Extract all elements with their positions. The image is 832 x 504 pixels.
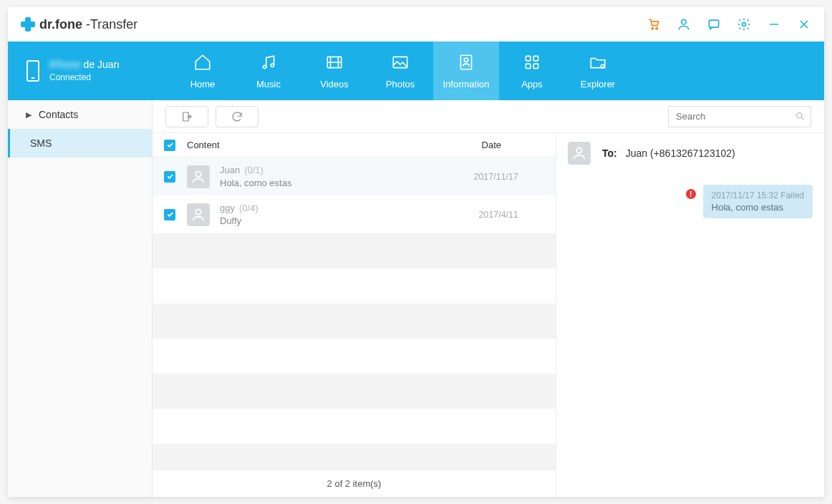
col-date: Date <box>482 140 501 150</box>
col-content: Content <box>187 140 220 150</box>
phone-icon <box>26 60 39 82</box>
svg-rect-3 <box>709 20 718 27</box>
app-logo: dr.fone -Transfer <box>21 17 137 32</box>
svg-point-1 <box>656 28 658 30</box>
minimize-icon[interactable] <box>767 17 781 32</box>
avatar-icon <box>187 203 210 226</box>
empty-row <box>153 339 556 374</box>
empty-row <box>153 444 556 470</box>
svg-rect-14 <box>533 64 538 69</box>
avatar-icon <box>187 165 210 188</box>
svg-rect-13 <box>526 64 531 69</box>
close-icon[interactable] <box>797 17 811 32</box>
settings-icon[interactable] <box>737 17 751 32</box>
empty-row <box>153 233 556 268</box>
avatar-icon <box>568 142 591 165</box>
svg-point-19 <box>195 209 200 214</box>
device-status: Connected <box>49 72 119 84</box>
empty-row <box>153 409 556 444</box>
logo-plus-icon <box>21 17 35 32</box>
tab-videos[interactable]: Videos <box>301 42 367 100</box>
search-input[interactable] <box>668 106 811 127</box>
svg-rect-8 <box>393 57 407 67</box>
empty-row <box>153 374 556 409</box>
feedback-icon[interactable] <box>707 17 721 32</box>
list-footer: 2 of 2 item(s) <box>153 470 556 497</box>
sms-row[interactable]: ggy(0/4) Duffy 2017/4/11 <box>153 195 556 233</box>
empty-row <box>153 304 556 339</box>
message-body: Hola, como estas <box>712 202 804 213</box>
svg-point-10 <box>464 58 468 62</box>
svg-point-5 <box>263 65 266 68</box>
checkbox-row[interactable] <box>164 209 175 220</box>
titlebar: dr.fone -Transfer <box>8 7 824 42</box>
toolbar <box>153 100 824 133</box>
svg-rect-11 <box>526 56 531 61</box>
svg-point-17 <box>797 112 803 118</box>
sms-row[interactable]: Juan(0/1) Hola, como estas 2017/11/17 <box>153 158 556 195</box>
app-title: dr.fone -Transfer <box>39 17 137 32</box>
tab-home[interactable]: Home <box>170 42 236 100</box>
svg-point-2 <box>682 19 687 24</box>
sidebar: ▶ Contacts SMS <box>8 100 153 497</box>
list-header: Content Date <box>153 133 556 158</box>
checkbox-all[interactable] <box>164 140 175 151</box>
svg-point-18 <box>195 171 200 176</box>
sidebar-item-contacts[interactable]: ▶ Contacts <box>8 100 152 129</box>
error-icon: ! <box>686 189 696 199</box>
tab-explorer[interactable]: Explorer <box>565 42 631 100</box>
device-name-suffix: de Juan <box>84 59 120 70</box>
detail-panel: To: Juan (+8613267123102) ! 2017/11/17 1… <box>556 133 824 497</box>
device-panel[interactable]: iPhonede Juan Connected <box>8 42 170 100</box>
search-icon <box>795 111 806 125</box>
sidebar-item-sms[interactable]: SMS <box>8 129 152 158</box>
to-label: To: <box>602 147 617 159</box>
message-meta: 2017/11/17 15:32 Failed <box>712 190 804 200</box>
user-icon[interactable] <box>677 17 691 32</box>
svg-point-4 <box>742 23 746 26</box>
svg-point-15 <box>601 64 604 67</box>
checkbox-row[interactable] <box>164 171 175 183</box>
tab-music[interactable]: Music <box>236 42 301 100</box>
export-button[interactable] <box>165 106 208 127</box>
refresh-button[interactable] <box>216 106 258 127</box>
tab-apps[interactable]: Apps <box>499 42 565 100</box>
svg-rect-12 <box>533 56 538 61</box>
tab-photos[interactable]: Photos <box>367 42 433 100</box>
empty-row <box>153 268 556 304</box>
message-bubble: 2017/11/17 15:32 Failed Hola, como estas <box>703 185 813 218</box>
svg-point-6 <box>271 64 274 67</box>
tab-information[interactable]: Information <box>433 42 499 100</box>
device-name-blur: iPhone <box>49 59 81 70</box>
svg-point-0 <box>652 28 654 30</box>
cart-icon[interactable] <box>647 17 661 32</box>
app-window: dr.fone -Transfer <box>8 7 824 497</box>
sms-list: Content Date Juan(0/1) Hola, como estas … <box>153 133 556 497</box>
chevron-right-icon: ▶ <box>26 110 32 120</box>
navbar: iPhonede Juan Connected Home Music Video… <box>8 42 824 100</box>
to-value: Juan (+8613267123102) <box>626 147 735 159</box>
svg-point-20 <box>576 148 581 153</box>
